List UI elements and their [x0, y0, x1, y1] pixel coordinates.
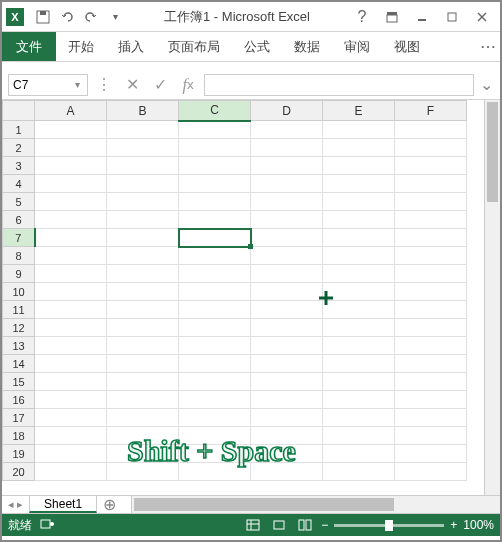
row-header-16[interactable]: 16 [3, 391, 35, 409]
help-icon[interactable]: ? [348, 6, 376, 28]
row-header-14[interactable]: 14 [3, 355, 35, 373]
sheet-nav[interactable]: ◂ ▸ [2, 496, 29, 513]
cell-B18[interactable] [107, 427, 179, 445]
chevron-down-icon[interactable]: ▾ [71, 79, 83, 90]
cell-D5[interactable] [251, 193, 323, 211]
col-header-D[interactable]: D [251, 101, 323, 121]
cell-A18[interactable] [35, 427, 107, 445]
redo-icon[interactable] [80, 6, 102, 28]
cell-F16[interactable] [395, 391, 467, 409]
cell-A7[interactable] [35, 229, 107, 247]
cell-C11[interactable] [179, 301, 251, 319]
cell-A12[interactable] [35, 319, 107, 337]
cell-A4[interactable] [35, 175, 107, 193]
row-header-15[interactable]: 15 [3, 373, 35, 391]
cell-A13[interactable] [35, 337, 107, 355]
ribbon-display-icon[interactable] [378, 6, 406, 28]
cell-E19[interactable] [323, 445, 395, 463]
cell-D9[interactable] [251, 265, 323, 283]
col-header-F[interactable]: F [395, 101, 467, 121]
cell-F10[interactable] [395, 283, 467, 301]
cell-F8[interactable] [395, 247, 467, 265]
add-sheet-icon[interactable]: ⊕ [97, 496, 121, 513]
row-header-2[interactable]: 2 [3, 139, 35, 157]
cell-F14[interactable] [395, 355, 467, 373]
cell-E3[interactable] [323, 157, 395, 175]
cell-D8[interactable] [251, 247, 323, 265]
cell-D11[interactable] [251, 301, 323, 319]
row-header-17[interactable]: 17 [3, 409, 35, 427]
cell-D19[interactable] [251, 445, 323, 463]
cell-D7[interactable] [251, 229, 323, 247]
row-header-12[interactable]: 12 [3, 319, 35, 337]
row-header-11[interactable]: 11 [3, 301, 35, 319]
cell-B5[interactable] [107, 193, 179, 211]
row-header-7[interactable]: 7 [3, 229, 35, 247]
tab-formulas[interactable]: 公式 [232, 32, 282, 61]
cell-B14[interactable] [107, 355, 179, 373]
tab-review[interactable]: 审阅 [332, 32, 382, 61]
cell-A16[interactable] [35, 391, 107, 409]
tab-home[interactable]: 开始 [56, 32, 106, 61]
col-header-B[interactable]: B [107, 101, 179, 121]
cell-E20[interactable] [323, 463, 395, 481]
cell-B4[interactable] [107, 175, 179, 193]
row-header-1[interactable]: 1 [3, 121, 35, 139]
formula-input[interactable] [204, 74, 474, 96]
cell-E12[interactable] [323, 319, 395, 337]
cell-C6[interactable] [179, 211, 251, 229]
cell-E6[interactable] [323, 211, 395, 229]
cell-D15[interactable] [251, 373, 323, 391]
cell-D13[interactable] [251, 337, 323, 355]
page-layout-view-icon[interactable] [269, 517, 289, 533]
cell-B2[interactable] [107, 139, 179, 157]
cell-D16[interactable] [251, 391, 323, 409]
col-header-C[interactable]: C [179, 101, 251, 121]
cell-E16[interactable] [323, 391, 395, 409]
cell-C10[interactable] [179, 283, 251, 301]
cell-B10[interactable] [107, 283, 179, 301]
row-header-18[interactable]: 18 [3, 427, 35, 445]
cell-E14[interactable] [323, 355, 395, 373]
cell-D18[interactable] [251, 427, 323, 445]
formula-more-icon[interactable]: ⋮ [92, 74, 116, 96]
cell-D6[interactable] [251, 211, 323, 229]
cell-E11[interactable] [323, 301, 395, 319]
cell-B19[interactable] [107, 445, 179, 463]
cell-A10[interactable] [35, 283, 107, 301]
cell-C15[interactable] [179, 373, 251, 391]
cell-A3[interactable] [35, 157, 107, 175]
cell-F2[interactable] [395, 139, 467, 157]
cell-F17[interactable] [395, 409, 467, 427]
cell-E10[interactable] [323, 283, 395, 301]
cell-F6[interactable] [395, 211, 467, 229]
col-header-A[interactable]: A [35, 101, 107, 121]
normal-view-icon[interactable] [243, 517, 263, 533]
tab-view[interactable]: 视图 [382, 32, 432, 61]
cell-B13[interactable] [107, 337, 179, 355]
cell-B9[interactable] [107, 265, 179, 283]
enter-icon[interactable]: ✓ [148, 74, 172, 96]
select-all-corner[interactable] [3, 101, 35, 121]
cell-A2[interactable] [35, 139, 107, 157]
cell-D14[interactable] [251, 355, 323, 373]
cell-B12[interactable] [107, 319, 179, 337]
cell-B8[interactable] [107, 247, 179, 265]
zoom-in-icon[interactable]: + [450, 518, 457, 532]
tab-insert[interactable]: 插入 [106, 32, 156, 61]
cell-F18[interactable] [395, 427, 467, 445]
cell-C17[interactable] [179, 409, 251, 427]
minimize-icon[interactable] [408, 6, 436, 28]
undo-icon[interactable] [56, 6, 78, 28]
row-header-3[interactable]: 3 [3, 157, 35, 175]
row-header-8[interactable]: 8 [3, 247, 35, 265]
save-icon[interactable] [32, 6, 54, 28]
maximize-icon[interactable] [438, 6, 466, 28]
cell-E18[interactable] [323, 427, 395, 445]
cell-F9[interactable] [395, 265, 467, 283]
cell-C3[interactable] [179, 157, 251, 175]
cell-A15[interactable] [35, 373, 107, 391]
cell-A6[interactable] [35, 211, 107, 229]
row-header-19[interactable]: 19 [3, 445, 35, 463]
cell-E4[interactable] [323, 175, 395, 193]
